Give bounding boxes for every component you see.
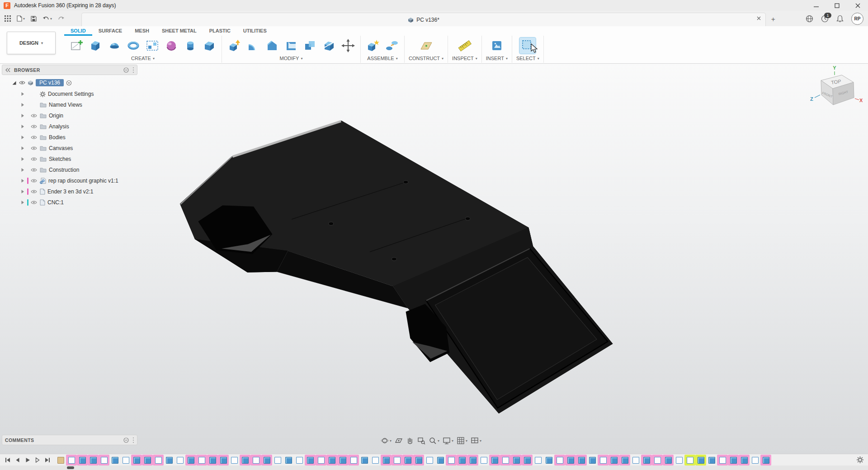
browser-tree-row[interactable]: rep rap discount graphic v1:1 (2, 175, 137, 186)
timeline-feature-item[interactable] (641, 455, 652, 465)
timeline-feature-item[interactable] (99, 455, 109, 465)
create-group-label[interactable]: CREATE▾ (131, 56, 155, 61)
visibility-eye-icon[interactable] (31, 124, 37, 129)
timeline-feature-item[interactable] (250, 455, 261, 465)
timeline-feature-item[interactable] (370, 455, 381, 465)
measure-button[interactable] (457, 38, 473, 54)
timeline-feature-item[interactable] (381, 455, 392, 465)
timeline-feature-item[interactable] (326, 455, 337, 465)
timeline-feature-item[interactable] (88, 455, 99, 465)
undo-button[interactable]: ▾ (42, 16, 52, 21)
timeline-feature-item[interactable] (478, 455, 489, 465)
timeline-feature-item[interactable] (109, 455, 120, 465)
timeline-scrollbar[interactable] (0, 465, 868, 470)
press-pull-button[interactable] (226, 38, 242, 54)
timeline-feature-item[interactable] (457, 455, 467, 465)
browser-tree-row[interactable]: Named Views (2, 99, 137, 110)
joint-button[interactable] (384, 38, 400, 54)
timeline-feature-item[interactable] (261, 455, 272, 465)
timeline-feature-item[interactable] (674, 455, 684, 465)
timeline-feature-item[interactable] (489, 455, 500, 465)
new-tab-button[interactable]: ＋ (769, 14, 778, 24)
timeline-step-forward-button[interactable] (33, 456, 42, 464)
timeline-feature-item[interactable] (424, 455, 435, 465)
split-body-button[interactable] (321, 38, 337, 54)
browser-header[interactable]: BROWSER (2, 65, 137, 75)
timeline-feature-item[interactable] (619, 455, 630, 465)
expand-arrow-icon[interactable] (21, 179, 27, 183)
expand-arrow-icon[interactable] (21, 92, 27, 96)
browser-item-label[interactable]: Bodies (49, 134, 66, 141)
expand-arrow-icon[interactable] (21, 157, 27, 161)
timeline-feature-item[interactable] (316, 455, 326, 465)
timeline-feature-item[interactable] (305, 455, 316, 465)
timeline-play-button[interactable] (24, 456, 32, 464)
construction-plane-button[interactable] (418, 38, 434, 54)
extrude-button[interactable] (87, 38, 104, 54)
timeline-feature-item[interactable] (175, 455, 185, 465)
browser-tree-row[interactable]: Bodies (2, 132, 137, 143)
select-button[interactable] (519, 38, 536, 54)
timeline-feature-item[interactable] (337, 455, 348, 465)
browser-item-label[interactable]: rep rap discount graphic v1:1 (48, 178, 118, 184)
browser-item-label[interactable]: CNC:1 (47, 199, 64, 206)
maximize-button[interactable] (826, 0, 847, 11)
shell-button[interactable] (283, 38, 299, 54)
expand-arrow-icon[interactable] (21, 135, 27, 140)
view-cube[interactable]: Y TOP FRONT RIGHT Z X (804, 64, 863, 118)
timeline-feature-item[interactable] (153, 455, 164, 465)
browser-tree-row[interactable]: Origin (2, 110, 137, 121)
insert-group-label[interactable]: INSERT▾ (486, 56, 508, 61)
expanded-arrow-icon[interactable] (12, 80, 17, 85)
timeline-feature-item[interactable] (760, 455, 771, 465)
minimize-button[interactable] (806, 0, 826, 11)
create-form-button[interactable] (163, 38, 179, 54)
timeline-feature-item[interactable] (283, 455, 294, 465)
expand-arrow-icon[interactable] (21, 103, 27, 107)
browser-item-label[interactable]: Canvases (49, 145, 73, 151)
activate-radio-icon[interactable] (66, 80, 72, 86)
timeline-feature-item[interactable] (131, 455, 142, 465)
timeline-feature-item[interactable] (598, 455, 609, 465)
file-menu-button[interactable]: ▾ (17, 15, 25, 22)
timeline-feature-item[interactable] (348, 455, 359, 465)
timeline-feature-item[interactable] (522, 455, 533, 465)
panel-resize-grip[interactable] (132, 67, 134, 73)
browser-item-label[interactable]: Document Settings (48, 91, 94, 97)
timeline-feature-item[interactable] (663, 455, 674, 465)
collapse-panel-icon[interactable] (5, 68, 10, 72)
inspect-group-label[interactable]: INSPECT▾ (452, 56, 477, 61)
timeline-feature-item[interactable] (294, 455, 305, 465)
timeline-skip-end-button[interactable] (43, 456, 52, 464)
timeline-feature-item[interactable] (500, 455, 511, 465)
chamfer-button[interactable] (264, 38, 280, 54)
expand-arrow-icon[interactable] (21, 189, 27, 194)
timeline-skip-start-button[interactable] (4, 456, 12, 464)
zoom-button[interactable]: ▾ (429, 437, 439, 445)
visibility-eye-icon[interactable] (31, 168, 37, 172)
expand-arrow-icon[interactable] (21, 168, 27, 172)
notifications-button[interactable] (836, 15, 844, 23)
timeline-feature-item[interactable] (55, 455, 66, 465)
timeline-feature-item[interactable] (630, 455, 641, 465)
timeline-feature-item[interactable] (554, 455, 565, 465)
orbit-button[interactable]: ▾ (381, 437, 392, 445)
browser-tree-row[interactable]: Construction (2, 164, 137, 175)
timeline-feature-item[interactable] (609, 455, 619, 465)
create-sketch-button[interactable] (68, 38, 85, 54)
timeline-feature-item[interactable] (435, 455, 446, 465)
app-grid-button[interactable] (5, 15, 11, 22)
visibility-eye-icon[interactable] (31, 179, 37, 183)
tab-close-button[interactable] (757, 16, 761, 20)
root-component-label[interactable]: PC v136 (36, 79, 64, 86)
ribbon-tab[interactable]: UTILITIES (237, 26, 273, 36)
timeline-feature-item[interactable] (185, 455, 196, 465)
timeline-feature-item[interactable] (196, 455, 207, 465)
browser-tree-row[interactable]: CNC:1 (2, 197, 137, 208)
ribbon-tab[interactable]: SURFACE (92, 26, 129, 36)
timeline-feature-item[interactable] (272, 455, 283, 465)
timeline-feature-item[interactable] (684, 455, 695, 465)
browser-tree-row[interactable]: Sketches (2, 154, 137, 164)
timeline-feature-item[interactable] (739, 455, 750, 465)
timeline-feature-item[interactable] (240, 455, 250, 465)
